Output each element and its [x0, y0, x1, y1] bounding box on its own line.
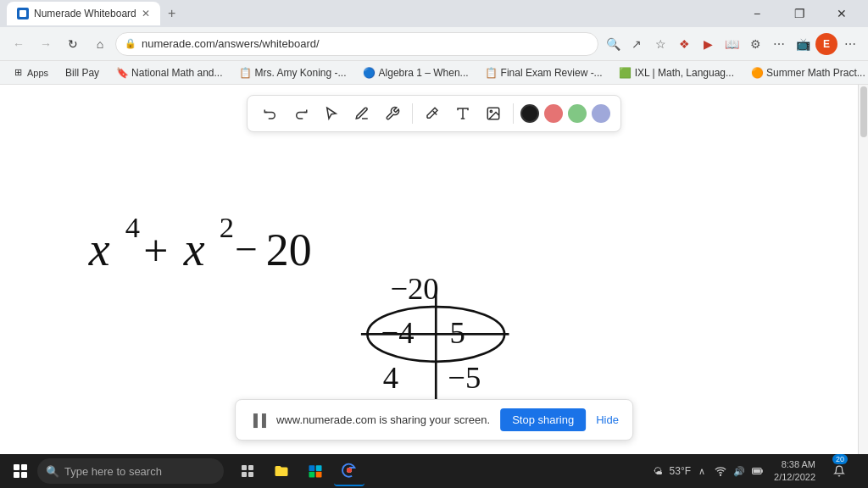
image-tool-button[interactable] [481, 101, 506, 126]
color-pink[interactable] [544, 104, 563, 123]
svg-text:+: + [143, 226, 168, 274]
share-icon-btn[interactable]: ↗ [626, 33, 648, 55]
file-explorer-button[interactable] [266, 456, 297, 486]
start-button[interactable] [5, 456, 36, 486]
text-tool-button[interactable] [450, 101, 476, 126]
svg-rect-34 [754, 469, 760, 474]
search-placeholder-text: Type here to search [64, 465, 162, 478]
ixl-icon: 🟩 [620, 67, 632, 79]
extensions-btn[interactable]: ⚙ [744, 33, 766, 55]
bookmark-summer-math-label: Summer Math Pract... [766, 67, 865, 79]
svg-text:4: 4 [383, 360, 398, 395]
bookmark-ixl[interactable]: 🟩 IXL | Math, Languag... [615, 65, 739, 80]
svg-text:−5: −5 [448, 360, 481, 395]
svg-text:−20: −20 [390, 272, 438, 307]
url-text: numerade.com/answers/whiteboard/ [142, 37, 589, 50]
redo-button[interactable] [288, 101, 314, 126]
toolbar-separator-2 [513, 103, 514, 124]
scrollbar-thumb[interactable] [860, 86, 867, 137]
stop-sharing-button[interactable]: Stop sharing [500, 408, 586, 431]
hide-button[interactable]: Hide [596, 413, 619, 426]
color-black[interactable] [520, 104, 539, 123]
tab-title: Numerade Whiteboard [34, 8, 136, 19]
system-tray: 🌤 53°F ∧ 🔊 [651, 463, 765, 479]
bookmark-billpay-label: Bill Pay [65, 67, 99, 79]
bookmark-summer-math[interactable]: 🟠 Summer Math Pract... [746, 65, 868, 80]
whiteboard-area[interactable]: x 4 + x 2 − 20 −20 −4 5 [0, 85, 868, 454]
svg-text:5: 5 [449, 315, 465, 350]
bookmark-final-exam[interactable]: 📋 Final Exam Review -... [481, 65, 608, 80]
clock[interactable]: 8:38 AM 2/12/2022 [769, 457, 821, 486]
menu-button[interactable]: ⋯ [839, 33, 861, 55]
bookmark-billpay[interactable]: Bill Pay [60, 65, 104, 80]
back-button[interactable]: ← [7, 32, 31, 56]
new-tab-button[interactable]: + [160, 2, 184, 25]
search-icon: 🔍 [46, 465, 59, 478]
clock-time: 8:38 AM [774, 458, 815, 471]
chrome-button[interactable] [334, 456, 364, 486]
apps-icon: ⊞ [12, 67, 24, 79]
bookmark-apps[interactable]: ⊞ Apps [7, 65, 53, 80]
bookmark-final-exam-label: Final Exam Review -... [501, 67, 603, 79]
taskbar-search[interactable]: 🔍 Type here to search [37, 458, 224, 484]
taskbar: 🔍 Type here to search 🌤 53°F [0, 454, 868, 488]
bookmarks-bar: ⊞ Apps Bill Pay 🔖 National Math and... 📋… [0, 61, 868, 85]
address-bar[interactable]: 🔒 numerade.com/answers/whiteboard/ [115, 32, 598, 56]
color-green[interactable] [568, 104, 587, 123]
bookmark-national-math[interactable]: 🔖 National Math and... [111, 65, 227, 80]
svg-rect-22 [248, 465, 253, 470]
bookmark-algebra1-label: Algebra 1 – When... [379, 67, 469, 79]
start-icon [14, 464, 27, 478]
maximize-button[interactable]: ❐ [780, 0, 819, 27]
profile-button[interactable]: E [815, 33, 837, 55]
immersive-reader-btn[interactable]: 📖 [721, 33, 743, 55]
forward-button[interactable]: → [34, 32, 58, 56]
active-tab[interactable]: Numerade Whiteboard ✕ [7, 2, 160, 25]
task-view-button[interactable] [232, 456, 263, 486]
refresh-button[interactable]: ↻ [61, 32, 85, 56]
tab-bar: Numerade Whiteboard ✕ + [7, 2, 731, 25]
bookmark-mrs-amy-label: Mrs. Amy Koning -... [255, 67, 347, 79]
tray-expand-button[interactable]: ∧ [694, 463, 709, 479]
drawing-toolbar [247, 95, 621, 132]
favorites-icon-btn[interactable]: ☆ [649, 33, 671, 55]
home-button[interactable]: ⌂ [88, 32, 112, 56]
collections-icon-btn[interactable]: ❖ [673, 33, 695, 55]
tab-close-button[interactable]: ✕ [142, 8, 150, 19]
scrollbar[interactable] [858, 85, 868, 454]
minimize-button[interactable]: − [737, 0, 776, 27]
bookmark-ixl-label: IXL | Math, Languag... [635, 67, 734, 79]
network-icon[interactable] [713, 463, 728, 479]
weather-text: 53°F [670, 465, 691, 477]
battery-icon[interactable] [750, 463, 765, 479]
store-button[interactable] [300, 456, 331, 486]
svg-point-30 [347, 468, 352, 473]
search-icon-btn[interactable]: 🔍 [602, 33, 624, 55]
svg-text:4: 4 [125, 211, 140, 243]
svg-rect-25 [309, 465, 315, 471]
bookmark-mrs-amy[interactable]: 📋 Mrs. Amy Koning -... [235, 65, 352, 80]
read-aloud-icon-btn[interactable]: ▶ [697, 33, 719, 55]
show-desktop-button[interactable] [858, 456, 863, 486]
svg-rect-0 [19, 10, 26, 17]
color-purple[interactable] [592, 104, 610, 123]
toolbar-separator-1 [412, 103, 413, 124]
undo-button[interactable] [258, 101, 283, 126]
cast-btn[interactable]: 📺 [792, 33, 814, 55]
svg-rect-27 [309, 472, 315, 478]
select-tool-button[interactable] [319, 101, 344, 126]
notification-area: 20 [824, 456, 854, 486]
mrs-amy-icon: 📋 [240, 67, 252, 79]
window-controls: − ❐ ✕ [737, 0, 861, 27]
volume-icon[interactable]: 🔊 [732, 463, 747, 479]
close-button[interactable]: ✕ [822, 0, 861, 27]
tools-button[interactable] [380, 101, 405, 126]
highlighter-button[interactable] [420, 101, 445, 126]
pen-tool-button[interactable] [349, 101, 375, 126]
svg-text:−: − [235, 227, 258, 271]
algebra1-icon: 🔵 [364, 67, 376, 79]
weather-icon[interactable]: 🌤 [651, 463, 666, 479]
bookmark-algebra1[interactable]: 🔵 Algebra 1 – When... [359, 65, 474, 80]
taskbar-right: 🌤 53°F ∧ 🔊 8:38 AM 2/12/2022 [651, 456, 863, 486]
browser-extras-btn[interactable]: ⋯ [768, 33, 790, 55]
